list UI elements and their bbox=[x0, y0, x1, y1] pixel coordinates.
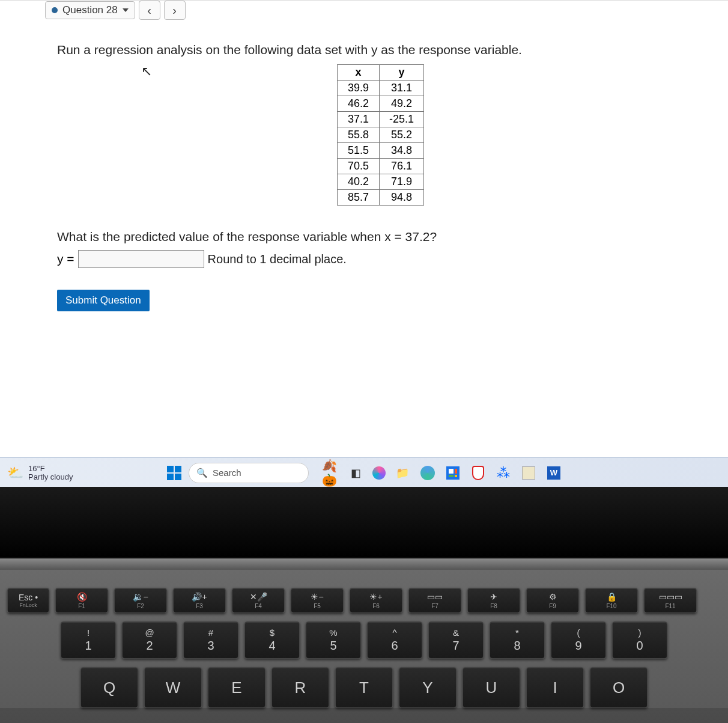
esc-key[interactable]: Esc • FnLock bbox=[7, 588, 49, 613]
key-symbol: * bbox=[515, 627, 519, 638]
start-button[interactable] bbox=[166, 465, 183, 481]
keyboard: Esc • FnLock 🔇F1🔉−F2🔊+F3✕🎤F4☀−F5☀+F6▭▭F7… bbox=[0, 570, 728, 708]
fn-key-f1[interactable]: 🔇F1 bbox=[55, 588, 108, 613]
question-dropdown[interactable]: Question 28 bbox=[45, 1, 135, 19]
table-cell: 40.2 bbox=[337, 174, 379, 190]
windows-taskbar: ⛅ 16°F Partly cloudy 🔍 Search 🍂🎃 ◧ 📁 bbox=[0, 457, 728, 487]
key-symbol: ^ bbox=[392, 627, 396, 638]
num-key-6[interactable]: ^6 bbox=[367, 621, 422, 659]
letter-key-o[interactable]: O bbox=[590, 667, 648, 708]
fn-symbol: ▭▭▭ bbox=[659, 592, 682, 602]
fn-label: F8 bbox=[490, 603, 497, 609]
letter-key-r[interactable]: R bbox=[271, 667, 329, 708]
weather-widget[interactable]: ⛅ 16°F Partly cloudy bbox=[7, 465, 73, 481]
fn-key-f4[interactable]: ✕🎤F4 bbox=[232, 588, 285, 613]
fn-key-f11[interactable]: ▭▭▭F11 bbox=[644, 588, 697, 613]
caret-down-icon bbox=[123, 8, 129, 12]
sticky-notes-button[interactable] bbox=[520, 465, 537, 481]
fn-symbol: ✈ bbox=[490, 592, 497, 602]
fn-label: F4 bbox=[255, 603, 262, 609]
num-key-8[interactable]: *8 bbox=[490, 621, 545, 659]
esc-top-label: Esc bbox=[19, 593, 32, 602]
hinge bbox=[0, 559, 728, 570]
th-x: x bbox=[337, 65, 379, 81]
rounding-note: Round to 1 decimal place. bbox=[208, 252, 347, 266]
table-cell: 55.8 bbox=[337, 127, 379, 143]
fn-symbol: 🔇 bbox=[77, 592, 87, 602]
browser-content: Question 28 ‹ › Run a regression analysi… bbox=[0, 0, 728, 487]
fn-label: F11 bbox=[665, 603, 675, 609]
table-row: 40.271.9 bbox=[337, 174, 423, 190]
table-cell: 70.5 bbox=[337, 159, 379, 174]
key-symbol: ) bbox=[639, 627, 642, 638]
key-number: 4 bbox=[268, 639, 275, 653]
ms-store-button[interactable] bbox=[444, 465, 461, 481]
next-question-button[interactable]: › bbox=[164, 1, 186, 20]
letter-key-t[interactable]: T bbox=[335, 667, 393, 708]
num-key-1[interactable]: !1 bbox=[61, 621, 116, 659]
answer-input[interactable] bbox=[78, 250, 204, 268]
letter-key-e[interactable]: E bbox=[208, 667, 265, 708]
letter-key-i[interactable]: I bbox=[526, 667, 584, 708]
fn-key-f2[interactable]: 🔉−F2 bbox=[114, 588, 167, 613]
edge-browser-button[interactable] bbox=[419, 465, 436, 481]
edge-icon bbox=[420, 466, 435, 480]
fn-key-f7[interactable]: ▭▭F7 bbox=[408, 588, 461, 613]
num-key-3[interactable]: #3 bbox=[183, 621, 238, 659]
fn-key-f10[interactable]: 🔒F10 bbox=[585, 588, 638, 613]
chevron-left-icon: ‹ bbox=[147, 4, 151, 17]
key-number: 8 bbox=[514, 639, 520, 653]
dropbox-button[interactable]: ⁂ bbox=[495, 465, 512, 481]
table-cell: 85.7 bbox=[337, 190, 379, 206]
key-number: 9 bbox=[575, 639, 581, 653]
table-cell: 49.2 bbox=[379, 96, 423, 112]
table-cell: 46.2 bbox=[337, 96, 379, 112]
letter-key-w[interactable]: W bbox=[144, 667, 202, 708]
fn-key-f6[interactable]: ☀+F6 bbox=[350, 588, 402, 613]
table-cell: 34.8 bbox=[379, 143, 423, 159]
fn-key-f3[interactable]: 🔊+F3 bbox=[173, 588, 226, 613]
num-key-4[interactable]: $4 bbox=[244, 621, 300, 659]
answer-label: y = bbox=[57, 252, 74, 266]
fn-symbol: ▭▭ bbox=[427, 592, 443, 602]
file-explorer-button[interactable]: 📁 bbox=[394, 465, 411, 481]
data-table: x y 39.931.146.249.237.1-25.155.855.251.… bbox=[337, 64, 424, 206]
letter-key-u[interactable]: U bbox=[463, 667, 520, 708]
antivirus-button[interactable] bbox=[470, 465, 487, 481]
taskbar-search[interactable]: 🔍 Search bbox=[189, 463, 309, 483]
fn-key-f5[interactable]: ☀−F5 bbox=[291, 588, 344, 613]
num-key-5[interactable]: %5 bbox=[306, 621, 361, 659]
table-cell: 55.2 bbox=[379, 127, 423, 143]
task-view-button[interactable]: ◧ bbox=[347, 465, 364, 481]
key-symbol: ! bbox=[87, 627, 89, 638]
search-icon: 🔍 bbox=[196, 468, 208, 478]
num-key-0[interactable]: )0 bbox=[612, 621, 667, 659]
num-key-7[interactable]: &7 bbox=[428, 621, 484, 659]
weather-text: 16°F Partly cloudy bbox=[28, 465, 73, 481]
copilot-button[interactable] bbox=[372, 466, 386, 480]
key-number: 3 bbox=[207, 639, 214, 653]
key-symbol: @ bbox=[145, 627, 154, 638]
esc-dot: • bbox=[35, 593, 38, 602]
question-label: Question 28 bbox=[62, 4, 118, 16]
answer-row: y = Round to 1 decimal place. bbox=[57, 250, 704, 268]
letter-key-q[interactable]: Q bbox=[80, 667, 138, 708]
submit-question-button[interactable]: Submit Question bbox=[57, 290, 150, 311]
problem-prompt: Run a regression analysis on the followi… bbox=[57, 43, 704, 57]
weather-desc: Partly cloudy bbox=[28, 473, 73, 481]
fn-key-f8[interactable]: ✈F8 bbox=[467, 588, 520, 613]
prev-question-button[interactable]: ‹ bbox=[139, 1, 160, 20]
fn-label: F3 bbox=[196, 603, 203, 609]
laptop-body: Esc • FnLock 🔇F1🔉−F2🔊+F3✕🎤F4☀−F5☀+F6▭▭F7… bbox=[0, 487, 728, 723]
table-cell: 71.9 bbox=[379, 174, 423, 190]
table-cell: 94.8 bbox=[379, 190, 423, 206]
key-number: 0 bbox=[636, 639, 643, 653]
table-cell: 39.9 bbox=[337, 81, 379, 96]
num-key-9[interactable]: (9 bbox=[551, 621, 606, 659]
th-y: y bbox=[379, 65, 423, 81]
fn-key-f9[interactable]: ⚙F9 bbox=[526, 588, 579, 613]
letter-key-y[interactable]: Y bbox=[399, 667, 457, 708]
status-dot-icon bbox=[52, 7, 58, 13]
num-key-2[interactable]: @2 bbox=[122, 621, 177, 659]
word-button[interactable]: W bbox=[545, 465, 562, 481]
